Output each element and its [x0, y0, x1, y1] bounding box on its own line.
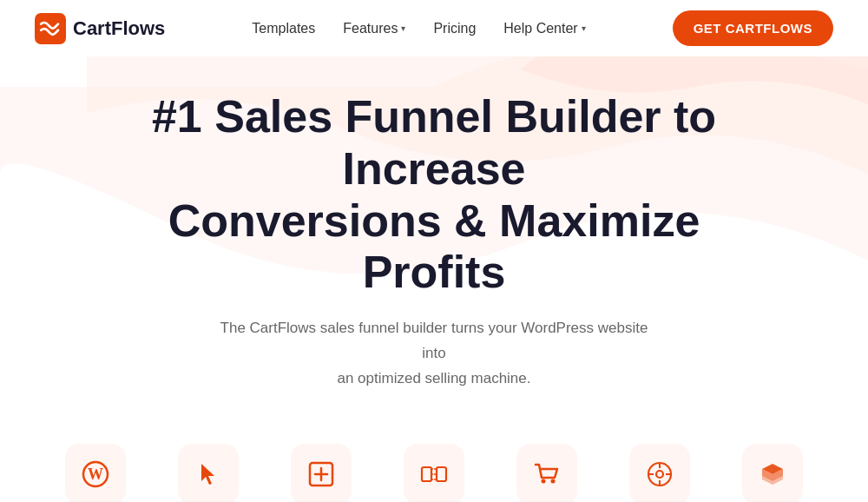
feature-ab-split-testing: A/B SplitTesting: [378, 444, 490, 502]
svg-rect-6: [422, 467, 431, 481]
logo-text: CartFlows: [73, 17, 165, 40]
feature-icon-box: [291, 444, 352, 502]
feature-icon-box: [742, 444, 803, 502]
svg-point-14: [656, 471, 663, 478]
wordpress-icon: W: [82, 460, 109, 488]
nav-item-pricing[interactable]: Pricing: [433, 21, 476, 36]
navbar: CartFlows Templates Features ▾ Pricing H…: [0, 0, 868, 56]
ab-test-icon: [420, 460, 448, 488]
nav-links: Templates Features ▾ Pricing Help Center…: [252, 21, 585, 36]
features-row: W WordPressFunnel Builder One ClickUpsel…: [0, 435, 868, 502]
svg-rect-7: [437, 467, 446, 481]
logo[interactable]: CartFlows: [35, 13, 165, 44]
svg-point-12: [551, 479, 556, 483]
feature-icon-box: W: [65, 444, 126, 502]
svg-point-11: [542, 479, 546, 483]
feature-one-click-upsells: One ClickUpsells: [152, 444, 265, 502]
chevron-down-icon: ▾: [582, 23, 586, 33]
feature-icon-box: [178, 444, 239, 502]
templates-icon: [759, 460, 786, 488]
logo-icon: [35, 13, 66, 44]
hero-title: #1 Sales Funnel Builder to Increase Conv…: [104, 91, 764, 299]
add-box-icon: [307, 460, 335, 488]
nav-item-templates[interactable]: Templates: [252, 21, 315, 36]
cart-icon: [533, 460, 561, 488]
feature-templates-everything: Templates forEverything: [716, 444, 829, 502]
feature-icon-box: [629, 444, 690, 502]
feature-one-click-order-bumps: One ClickOrder Bumps: [265, 444, 378, 502]
svg-rect-0: [35, 13, 66, 44]
chevron-down-icon: ▾: [401, 23, 405, 33]
hero-subtitle: The CartFlows sales funnel builder turns…: [217, 316, 651, 392]
hero-section: #1 Sales Funnel Builder to Increase Conv…: [0, 56, 868, 435]
feature-wordpress-funnel-builder: W WordPressFunnel Builder: [39, 444, 152, 502]
nav-item-features[interactable]: Features ▾: [343, 21, 405, 36]
feature-analytics-reports: Analytics &Reports: [603, 444, 716, 502]
feature-checkout-form-layouts: Checkout FormLayouts: [490, 444, 603, 502]
svg-text:W: W: [88, 466, 103, 483]
feature-icon-box: [516, 444, 577, 502]
feature-icon-box: [404, 444, 464, 502]
analytics-icon: [646, 460, 674, 488]
nav-item-help-center[interactable]: Help Center ▾: [503, 21, 585, 36]
get-cartflows-button[interactable]: GET CARTFLOWS: [673, 10, 833, 46]
cursor-icon: [194, 460, 222, 488]
